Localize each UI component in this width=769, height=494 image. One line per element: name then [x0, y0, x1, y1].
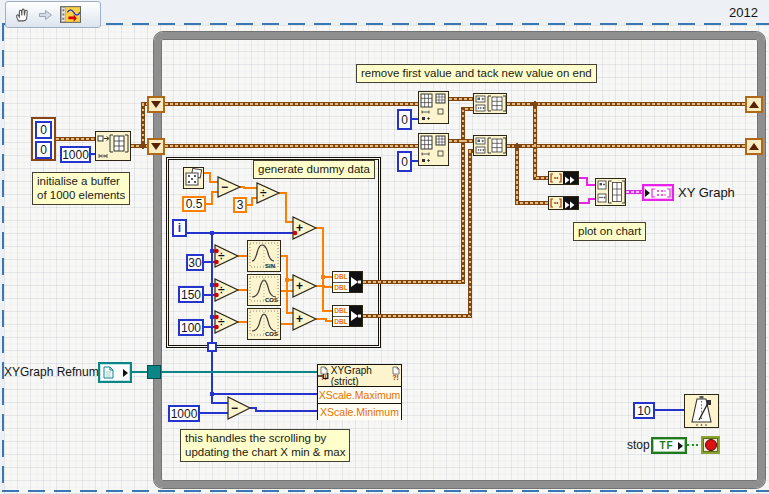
numeric-constant[interactable]: 0 — [35, 121, 52, 139]
stop-label: stop — [627, 438, 650, 452]
bundle-inputs: DBL DBL — [333, 272, 349, 292]
numeric-constant-noise-scale[interactable]: 3 — [233, 197, 247, 213]
refnum-page-icon — [102, 366, 114, 379]
numeric-constant-noise-offset[interactable]: 0.5 — [182, 196, 206, 212]
array-to-cluster-node[interactable] — [548, 196, 579, 210]
array-brackets-icon — [549, 172, 563, 184]
bell-curve-icon: COS — [248, 309, 280, 339]
comment-line: of 1000 elements — [37, 188, 125, 202]
year-label: 2012 — [729, 5, 758, 20]
loop-condition-terminal[interactable] — [701, 436, 720, 454]
dbl-type-label: DBL — [333, 272, 349, 283]
sine-wave-icon: SIN — [248, 241, 280, 271]
shift-register-up-icon — [749, 101, 759, 108]
build-array-node[interactable] — [473, 135, 507, 156]
shift-register-down-icon — [151, 143, 161, 150]
build-array-node[interactable] — [473, 93, 507, 114]
numeric-constant[interactable]: 0 — [35, 141, 52, 159]
bundle-output-icon — [349, 306, 362, 326]
forward-arrow-icon[interactable] — [36, 7, 54, 23]
dbl-type-label: DBL — [333, 306, 349, 317]
stop-boolean-terminal[interactable]: TF — [651, 437, 687, 454]
loop-iteration-terminal[interactable]: i — [172, 219, 187, 237]
build-array-icon — [474, 94, 506, 113]
comment-line: this handles the scrolling by — [185, 431, 345, 445]
converter-output-icon — [563, 172, 578, 184]
numeric-constant-cos1-period[interactable]: 150 — [178, 286, 204, 303]
cosine-node[interactable]: COS — [247, 274, 281, 306]
delete-from-array-node[interactable] — [418, 133, 449, 166]
property-node-xygraph[interactable]: ?! XYGraph (strict) ?! XScale.Maximum XS… — [317, 364, 402, 420]
comment-generate-dummy[interactable]: generate dummy data — [253, 160, 375, 179]
numeric-constant-sin-period[interactable]: 30 — [186, 254, 204, 271]
svg-text:COS: COS — [265, 331, 278, 337]
cluster-constant[interactable]: 0 0 — [31, 117, 56, 161]
shift-register-right[interactable] — [745, 96, 763, 113]
initialize-array-icon — [96, 132, 130, 160]
cosine-node[interactable]: COS — [247, 308, 281, 340]
error-out-icon: ?! — [391, 366, 400, 380]
sequence-tunnel[interactable] — [207, 342, 217, 352]
xygraph-refnum-control[interactable] — [98, 362, 132, 383]
terminal-output-arrow-icon — [678, 442, 683, 450]
terminal-output-arrow-icon — [123, 369, 128, 377]
property-node-header[interactable]: ?! XYGraph (strict) ?! — [318, 365, 401, 387]
comment-init-buffer[interactable]: initialise a buffer of 1000 elements — [32, 172, 130, 205]
comment-line: initialise a buffer — [37, 174, 125, 188]
comment-line: updating the chart X min & max — [185, 445, 345, 459]
bell-curve-icon: COS — [248, 275, 280, 305]
delete-from-array-node[interactable] — [418, 91, 449, 124]
pan-hand-icon[interactable] — [12, 7, 30, 23]
array-brackets-icon — [549, 197, 563, 209]
xy-graph-glyph-icon — [650, 187, 672, 199]
comment-scrolling[interactable]: this handles the scrolling by updating t… — [180, 429, 350, 462]
numeric-constant-buffer-size[interactable]: 1000 — [60, 146, 91, 163]
numeric-constant-cos2-period[interactable]: 100 — [178, 319, 204, 336]
numeric-constant-wait-ms[interactable]: 10 — [633, 402, 655, 419]
sine-node[interactable]: SIN — [247, 240, 281, 272]
error-glyph: ?! — [320, 374, 326, 381]
random-number-node[interactable] — [183, 167, 204, 189]
vi-document-icon[interactable] — [60, 6, 81, 23]
tf-glyph: TF — [655, 440, 678, 451]
xy-graph-terminal[interactable] — [642, 184, 674, 201]
build-array-icon — [474, 136, 506, 155]
bundle-inputs: DBL DBL — [333, 306, 349, 326]
numeric-constant-delete-index[interactable]: 0 — [397, 109, 412, 130]
property-xscale-maximum[interactable]: XScale.Maximum — [318, 387, 401, 404]
dbl-type-label: DBL — [333, 317, 349, 327]
xy-graph-label: XY Graph — [678, 185, 735, 200]
numeric-constant-delete-index[interactable]: 0 — [397, 151, 412, 172]
bundle-node[interactable]: DBL DBL — [332, 271, 363, 293]
shift-register-down-icon — [151, 101, 161, 108]
red-stop-circle-icon — [705, 439, 717, 451]
loop-tunnel-refnum[interactable] — [147, 365, 161, 379]
dbl-type-label: DBL — [333, 283, 349, 293]
initialize-array-node[interactable] — [95, 131, 131, 161]
svg-text:SIN: SIN — [265, 263, 275, 269]
shift-register-left[interactable] — [147, 138, 165, 155]
comment-plot-on-chart[interactable]: plot on chart — [573, 222, 646, 241]
converter-output-icon — [563, 197, 578, 209]
shift-register-left[interactable] — [147, 96, 165, 113]
metronome-icon — [685, 395, 718, 427]
shift-register-up-icon — [749, 143, 759, 150]
refnum-control-label: XYGraph Refnum — [4, 365, 99, 379]
svg-text:COS: COS — [265, 297, 278, 303]
property-xscale-minimum[interactable]: XScale.Minimum — [318, 404, 401, 420]
numeric-constant-window-width[interactable]: 1000 — [168, 405, 200, 422]
bundle-node[interactable]: DBL DBL — [332, 305, 363, 327]
delete-from-array-icon — [419, 92, 448, 123]
build-array-icon — [596, 179, 625, 205]
error-glyph: ?! — [392, 374, 398, 381]
dice-icon — [184, 168, 203, 188]
build-array-node[interactable] — [595, 178, 626, 206]
tools-palette — [5, 1, 101, 28]
labview-block-diagram-window: − ÷ + ÷ ÷ ÷ + + − — [0, 0, 769, 494]
array-to-cluster-node[interactable] — [548, 171, 579, 185]
comment-remove-tack[interactable]: remove first value and tack new value on… — [356, 64, 597, 83]
wait-next-ms-multiple-node[interactable] — [684, 394, 719, 428]
bundle-output-icon — [349, 272, 362, 292]
shift-register-right[interactable] — [745, 138, 763, 155]
error-in-icon: ?! — [319, 366, 328, 380]
